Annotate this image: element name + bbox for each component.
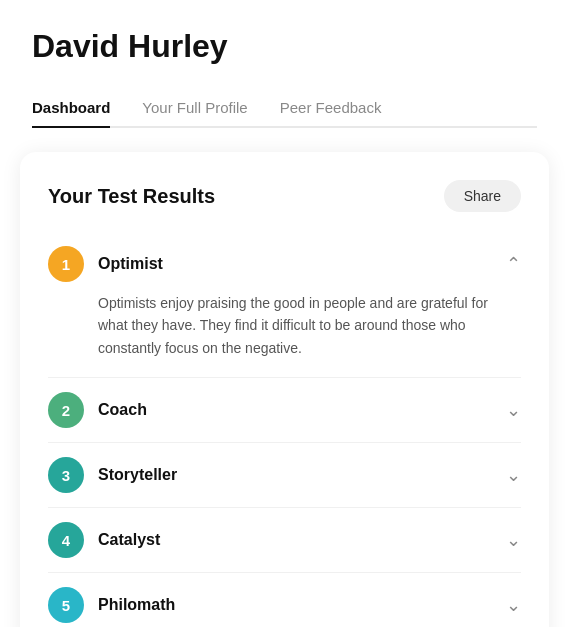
chevron-icon-4: ⌄ bbox=[506, 529, 521, 551]
chevron-icon-3: ⌄ bbox=[506, 464, 521, 486]
rank-badge-3: 3 bbox=[48, 457, 84, 493]
rank-badge-4: 4 bbox=[48, 522, 84, 558]
result-left-2: 2 Coach bbox=[48, 392, 147, 428]
card-header: Your Test Results Share bbox=[48, 180, 521, 212]
result-row-4[interactable]: 4 Catalyst ⌄ bbox=[48, 522, 521, 558]
result-left-3: 3 Storyteller bbox=[48, 457, 177, 493]
result-name-5: Philomath bbox=[98, 596, 175, 614]
result-item-1: 1 Optimist ⌃ Optimists enjoy praising th… bbox=[48, 232, 521, 378]
tab-dashboard[interactable]: Dashboard bbox=[32, 89, 110, 126]
result-row-2[interactable]: 2 Coach ⌄ bbox=[48, 392, 521, 428]
rank-badge-1: 1 bbox=[48, 246, 84, 282]
result-left-1: 1 Optimist bbox=[48, 246, 163, 282]
result-row-3[interactable]: 3 Storyteller ⌄ bbox=[48, 457, 521, 493]
chevron-icon-2: ⌄ bbox=[506, 399, 521, 421]
chevron-icon-1: ⌃ bbox=[506, 253, 521, 275]
result-item-2: 2 Coach ⌄ bbox=[48, 378, 521, 443]
result-name-2: Coach bbox=[98, 401, 147, 419]
content-area: Your Test Results Share 1 Optimist ⌃ Opt… bbox=[0, 128, 569, 627]
result-name-3: Storyteller bbox=[98, 466, 177, 484]
share-button[interactable]: Share bbox=[444, 180, 521, 212]
result-item-3: 3 Storyteller ⌄ bbox=[48, 443, 521, 508]
result-row-5[interactable]: 5 Philomath ⌄ bbox=[48, 587, 521, 623]
result-name-4: Catalyst bbox=[98, 531, 160, 549]
tab-full-profile[interactable]: Your Full Profile bbox=[142, 89, 247, 126]
header: David Hurley Dashboard Your Full Profile… bbox=[0, 0, 569, 128]
rank-badge-5: 5 bbox=[48, 587, 84, 623]
result-item-4: 4 Catalyst ⌄ bbox=[48, 508, 521, 573]
results-card: Your Test Results Share 1 Optimist ⌃ Opt… bbox=[20, 152, 549, 627]
tab-peer-feedback[interactable]: Peer Feedback bbox=[280, 89, 382, 126]
chevron-icon-5: ⌄ bbox=[506, 594, 521, 616]
tab-nav: Dashboard Your Full Profile Peer Feedbac… bbox=[32, 89, 537, 128]
result-row-1[interactable]: 1 Optimist ⌃ bbox=[48, 246, 521, 282]
page-title: David Hurley bbox=[32, 28, 537, 65]
result-left-5: 5 Philomath bbox=[48, 587, 175, 623]
card-title: Your Test Results bbox=[48, 185, 215, 208]
result-item-5: 5 Philomath ⌄ bbox=[48, 573, 521, 627]
result-description-1: Optimists enjoy praising the good in peo… bbox=[48, 292, 521, 363]
result-name-1: Optimist bbox=[98, 255, 163, 273]
rank-badge-2: 2 bbox=[48, 392, 84, 428]
result-left-4: 4 Catalyst bbox=[48, 522, 160, 558]
